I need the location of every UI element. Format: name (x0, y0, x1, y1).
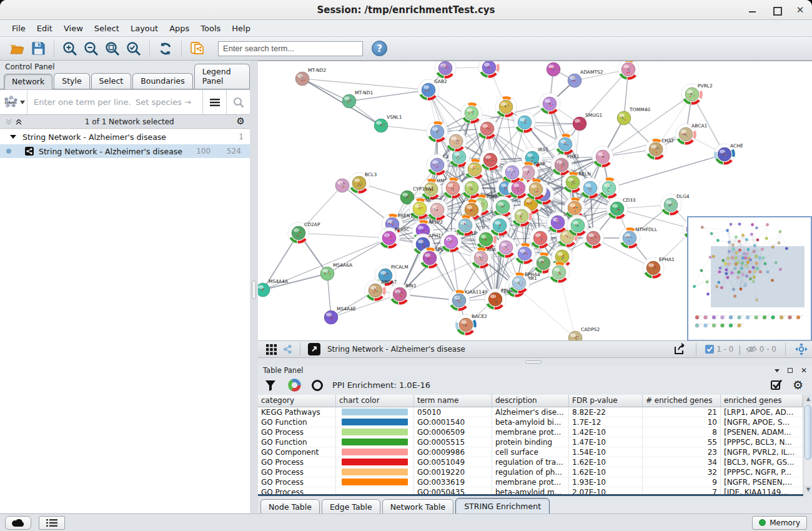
remove-chart-icon[interactable] (311, 379, 324, 392)
refresh-button[interactable] (155, 39, 176, 58)
network-node[interactable]: BIN1 (389, 283, 417, 305)
network-node[interactable]: EPHA5 (485, 288, 517, 310)
enrichment-row[interactable]: GO ProcessGO:0033619membrane prot...1.93… (258, 477, 803, 487)
minimize-button[interactable] (748, 6, 757, 14)
h-splitter-grip[interactable] (525, 360, 542, 364)
tab-select[interactable]: Select (91, 73, 132, 89)
network-node[interactable] (445, 131, 467, 152)
close-button[interactable]: ✕ (796, 6, 805, 14)
menu-item-layout[interactable]: Layout (125, 21, 164, 36)
save-session-button[interactable] (27, 39, 49, 58)
collapse-triangle-icon[interactable] (10, 135, 16, 139)
help-button[interactable]: ? (372, 41, 387, 56)
network-node[interactable] (427, 199, 448, 221)
network-node[interactable]: ACHE (714, 143, 743, 165)
network-node[interactable] (442, 177, 463, 199)
zoom-selected-button[interactable] (123, 39, 144, 58)
network-node[interactable]: LPL (419, 247, 444, 269)
string-query-input[interactable]: Enter one term per line. Set species → (27, 97, 202, 107)
collapse-all-icon[interactable] (5, 118, 12, 126)
menu-item-help[interactable]: Help (226, 21, 256, 36)
enrichment-row[interactable]: GO FunctionGO:0001540beta-amyloid bi...1… (258, 417, 803, 427)
network-node[interactable]: TOMM40 (617, 107, 650, 125)
network-node[interactable]: SMUG1 (573, 112, 603, 131)
expand-all-icon[interactable] (15, 118, 22, 126)
table-scrollbar[interactable]: ▲ ▼ (803, 395, 812, 494)
network-node[interactable]: MTHFDLL (619, 227, 658, 249)
string-options-button[interactable] (202, 90, 226, 114)
string-search-button[interactable] (226, 90, 250, 114)
table-tab-string-enrichment[interactable]: STRING Enrichment (455, 498, 550, 515)
network-node[interactable] (618, 61, 639, 80)
column-header-term-name[interactable]: term name (414, 395, 492, 407)
network-node[interactable] (547, 62, 560, 76)
tab-style[interactable]: Style (54, 73, 89, 89)
network-node[interactable] (580, 177, 601, 199)
menu-item-file[interactable]: File (6, 21, 31, 36)
column-header--enriched-genes[interactable]: # enriched genes (643, 395, 721, 407)
network-node[interactable]: VSNL1 (374, 114, 402, 132)
tab-network[interactable]: Network (4, 74, 52, 89)
network-node[interactable]: EPHA1 (643, 257, 675, 279)
enrichment-row[interactable]: GO ProcessGO:0051049regulation of tra...… (258, 457, 803, 467)
network-node[interactable] (480, 149, 501, 171)
scroll-down-arrow[interactable]: ▼ (804, 485, 812, 494)
maximize-button[interactable] (772, 6, 781, 14)
network-node[interactable]: MS4A6A (320, 262, 353, 280)
table-panel-float-icon[interactable] (788, 368, 793, 373)
table-tab-network-table[interactable]: Network Table (382, 499, 454, 515)
scrollbar-thumb[interactable] (805, 405, 811, 460)
network-node[interactable] (495, 237, 517, 258)
filter-icon[interactable] (264, 379, 277, 392)
table-tab-node-table[interactable]: Node Table (260, 499, 320, 515)
search-input[interactable] (218, 41, 363, 56)
network-node[interactable]: KIAA1149 (448, 289, 488, 311)
network-node[interactable]: DLG4 (660, 194, 690, 216)
zoom-fit-button[interactable] (102, 39, 123, 58)
enrichment-row[interactable]: GO ProcessGO:0050435beta-amyloid m...2.0… (258, 487, 803, 494)
enrichment-row[interactable]: GO ComponentGO:0009986cell surface1.54E-… (258, 447, 803, 457)
menu-item-tools[interactable]: Tools (195, 21, 226, 36)
grid-view-button[interactable] (263, 340, 279, 359)
tab-boundaries[interactable]: Boundaries (132, 73, 192, 89)
network-node[interactable] (435, 61, 456, 79)
network-node[interactable] (477, 118, 498, 139)
network-node[interactable] (495, 96, 517, 117)
open-in-string-button[interactable] (305, 340, 324, 359)
menu-item-edit[interactable]: Edit (31, 21, 58, 36)
network-node[interactable] (335, 179, 349, 192)
network-node[interactable]: BACE2 (455, 314, 487, 335)
enrichment-row[interactable]: GO ProcessGO:0006509membrane prot...1.42… (258, 427, 803, 437)
network-node[interactable] (555, 134, 576, 155)
column-header-fdr-p-value[interactable]: FDR p-value (569, 395, 643, 407)
column-header-description[interactable]: description (492, 395, 569, 407)
network-node[interactable] (502, 162, 523, 183)
automation-cloud-button[interactable] (5, 516, 31, 530)
network-node[interactable] (492, 196, 513, 217)
vertical-splitter[interactable] (250, 61, 258, 514)
network-node[interactable] (592, 146, 613, 167)
network-node[interactable]: PPP5C (379, 227, 410, 249)
network-node[interactable]: MT-ND1 (342, 90, 373, 108)
string-network-button[interactable] (279, 340, 295, 359)
network-node[interactable]: CD2AP (288, 222, 320, 244)
zoom-out-button[interactable] (81, 39, 102, 58)
network-node[interactable] (530, 227, 551, 249)
network-node[interactable]: ABCA1 (675, 123, 708, 145)
memory-button[interactable]: Memory (752, 516, 807, 530)
network-node[interactable] (455, 215, 476, 236)
tab-legend-panel[interactable]: Legend Panel (194, 64, 250, 89)
network-node[interactable] (548, 262, 570, 283)
network-node[interactable] (427, 121, 448, 142)
network-canvas[interactable]: MT-ND2MT-ND1VSNL1GAB2ADAMTS2PVRL2TOMM40S… (258, 61, 812, 340)
network-node[interactable]: GAB2 (418, 79, 447, 101)
network-node[interactable] (511, 206, 532, 227)
menu-item-select[interactable]: Select (89, 21, 125, 36)
menu-item-apps[interactable]: Apps (164, 21, 195, 36)
network-node[interactable] (489, 215, 510, 236)
network-row-selected[interactable]: String Network - Alzheimer's disease 100… (0, 144, 250, 158)
navigate-crosshair-icon[interactable] (795, 342, 808, 356)
birds-eye-navigator[interactable] (687, 216, 812, 340)
network-node[interactable]: BCL3 (349, 172, 377, 194)
splitter-grip[interactable] (252, 280, 256, 299)
